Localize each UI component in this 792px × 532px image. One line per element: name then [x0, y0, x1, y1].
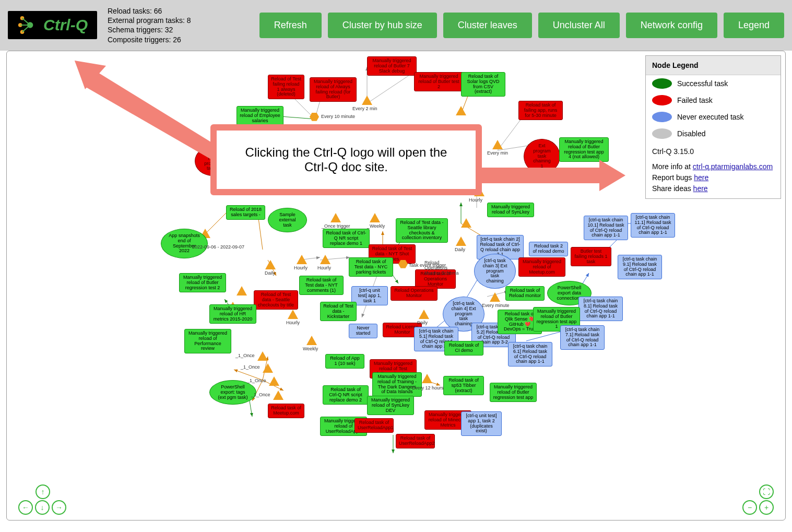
node-task[interactable]: Reload Operations Monitor — [391, 286, 438, 301]
node-task[interactable]: Reload task of CI demo — [444, 341, 483, 356]
node-task[interactable]: [ctrl-q task chain 6.1] Reload task of C… — [508, 342, 552, 367]
node-task[interactable]: Manually triggered reload of SynLkey DEV — [367, 396, 414, 416]
node-task[interactable]: Reload task of sp53 Tibber (extract) — [443, 376, 484, 396]
svg-line-8 — [367, 72, 414, 103]
node-task[interactable]: Reload task of Ctrl-Q NR script replace … — [323, 229, 370, 249]
trigger-label: Every min — [487, 150, 508, 156]
trigger-icon[interactable] — [269, 376, 279, 386]
node-task[interactable]: Manually triggered reload of Training - … — [372, 372, 422, 397]
node-task[interactable]: Never started — [349, 324, 377, 338]
node-task[interactable]: Manually triggered reload of Butler regr… — [179, 273, 226, 293]
node-task[interactable]: Butler test failing reloads 1 task — [571, 247, 611, 267]
node-task[interactable]: Manually triggered reload of Butler test… — [414, 72, 464, 92]
trigger-label: Daily — [265, 270, 275, 276]
nav-up-button[interactable]: ↑ — [36, 484, 50, 499]
node-task[interactable]: Reload task of Ctrl-Q NR script replace … — [323, 385, 369, 405]
trigger-label: Every minute — [482, 303, 510, 308]
zoom-in-button[interactable]: + — [759, 500, 774, 515]
trigger-icon[interactable] — [288, 310, 298, 319]
nav-right-button[interactable]: → — [52, 500, 66, 515]
trigger-icon[interactable] — [320, 255, 330, 264]
trigger-label: Hourly — [317, 265, 331, 270]
refresh-button[interactable]: Refresh — [259, 13, 322, 38]
trigger-label: Daily — [455, 247, 465, 252]
annotation-arrow-to-logo — [75, 61, 231, 165]
trigger-icon[interactable] — [257, 351, 268, 361]
trigger-icon[interactable] — [330, 213, 341, 222]
node-task[interactable]: Manually triggered reload of SynLkey — [487, 203, 534, 217]
node-task[interactable]: [ctrl-q task chain 10.1] Reload task of … — [584, 216, 628, 241]
trigger-icon[interactable] — [263, 363, 273, 373]
nav-down-button[interactable]: ↓ — [35, 500, 50, 515]
node-task[interactable]: PowerShell export: tags (ext pgm task) — [209, 380, 256, 405]
node-task[interactable]: Manually triggered reload of Always fail… — [310, 77, 357, 102]
node-task[interactable]: Reload task 2 of reload demo — [529, 242, 568, 256]
uncluster-button[interactable]: Uncluster All — [538, 13, 620, 38]
node-task[interactable]: Manually triggered reload of HR metrics … — [209, 304, 256, 324]
header-bar: Ctrl-Q Reload tasks: 66 External program… — [0, 0, 792, 51]
zoom-out-button[interactable]: − — [742, 500, 757, 515]
node-task[interactable]: Reload task of Solar logs QVD from CSV (… — [461, 72, 505, 97]
trigger-icon[interactable] — [456, 106, 466, 115]
node-task[interactable]: Reload of Test failing reload 1 always (… — [268, 75, 304, 100]
node-task[interactable]: [ctrl-q task chain 7.1] Reload task of C… — [560, 325, 605, 350]
node-task[interactable]: Reload task of Reload monitor — [505, 286, 545, 301]
trigger-label: 2022-09-06 - 2022-09-07 — [192, 244, 244, 250]
trigger-icon[interactable] — [422, 374, 432, 383]
node-task[interactable]: Reload task of failing app, runs for 5-3… — [518, 101, 563, 121]
svg-line-6 — [22, 25, 30, 32]
trigger-icon[interactable] — [492, 140, 503, 149]
cluster-hub-button[interactable]: Cluster by hub size — [328, 13, 437, 38]
node-task[interactable]: Reload task of Meetup.com — [268, 404, 304, 418]
node-task[interactable]: Manually triggered reload of Butler regr… — [490, 383, 537, 403]
node-task[interactable]: [ctrl-q task chain 8.1] Reload task of C… — [578, 297, 623, 322]
node-task[interactable]: Reload task of Test data - NYC parking t… — [349, 257, 393, 277]
trigger-icon[interactable] — [362, 96, 372, 105]
trigger-icon[interactable] — [490, 292, 500, 302]
trigger-icon[interactable] — [370, 213, 380, 222]
node-task[interactable]: Manually triggered reload of Employee sa… — [237, 106, 283, 126]
node-task[interactable]: Reload of Test data - Kickstarter — [320, 302, 357, 322]
node-task[interactable]: Reload task of UserReloadApp2 — [396, 434, 435, 448]
node-task[interactable]: Manually triggered reload of Butler regr… — [559, 137, 609, 162]
node-task[interactable]: [ctrl-q unit test] app 1, task 2 (duplic… — [461, 411, 502, 436]
nav-left-button[interactable]: ← — [18, 500, 33, 515]
trigger-icon[interactable] — [306, 336, 317, 345]
node-task[interactable]: Reload of App 1 (10 sek) — [325, 354, 364, 369]
node-task[interactable]: [ctrl-q task chain 9.1] Reload task of C… — [618, 255, 662, 280]
node-task[interactable]: Reload of Test data - Seattle checkouts … — [254, 290, 298, 310]
trigger-label: _1_Once — [235, 353, 255, 358]
trigger-label: _Weekly — [367, 223, 385, 229]
node-task[interactable]: Sample external task — [268, 208, 307, 233]
stat-external: External program tasks: 8 — [108, 16, 249, 25]
network-canvas[interactable]: Manually triggered reload of Butler 7 Sl… — [7, 51, 785, 520]
trigger-icon[interactable] — [297, 255, 307, 264]
node-task[interactable]: App snapshots end of September 2022 — [161, 229, 208, 259]
node-task[interactable]: Reload of 2018 sales targets - — [226, 205, 265, 220]
node-task[interactable]: Manually triggered reload of Butler 7 Sl… — [367, 56, 417, 76]
toolbar-buttons: Refresh Cluster by hub size Cluster leav… — [259, 13, 784, 38]
trigger-icon[interactable] — [273, 391, 283, 400]
zoom-fit-button[interactable]: ⛶ — [759, 484, 774, 499]
node-task[interactable]: Manually triggered reload of Performance… — [184, 329, 231, 354]
trigger-icon[interactable] — [419, 310, 429, 319]
logo-text: Ctrl-Q — [43, 16, 88, 34]
node-task[interactable]: Reload task of UserReloadApp1 — [354, 418, 394, 433]
node-task[interactable]: [ctrl-q unit test] app 1, task 1 — [351, 286, 388, 306]
trigger-label: _Once trigger — [322, 223, 350, 229]
ctrl-q-logo[interactable]: Ctrl-Q — [8, 11, 97, 39]
annotation-arrow-to-legend — [469, 160, 625, 191]
stat-reload: Reload tasks: 66 — [108, 6, 249, 16]
network-config-button[interactable]: Network config — [626, 13, 717, 38]
node-task[interactable]: Reload of Test data - Seattle library ch… — [396, 218, 448, 243]
node-task[interactable]: Manually triggered reload of Meetup.com — [518, 257, 565, 277]
node-task[interactable]: [ctrl-q task chain 11.1] Reload task of … — [631, 213, 675, 238]
node-task[interactable]: Reload task of Test data - NYT comments … — [299, 276, 344, 295]
trigger-icon[interactable] — [456, 237, 466, 246]
trigger-icon[interactable] — [237, 286, 247, 295]
trigger-icon[interactable] — [461, 218, 471, 228]
node-task[interactable]: [ctrl-q task chain 3] Ext program task c… — [474, 254, 516, 289]
legend-button[interactable]: Legend — [724, 13, 784, 38]
cluster-leaves-button[interactable]: Cluster leaves — [443, 13, 532, 38]
trigger-icon[interactable] — [265, 260, 276, 269]
